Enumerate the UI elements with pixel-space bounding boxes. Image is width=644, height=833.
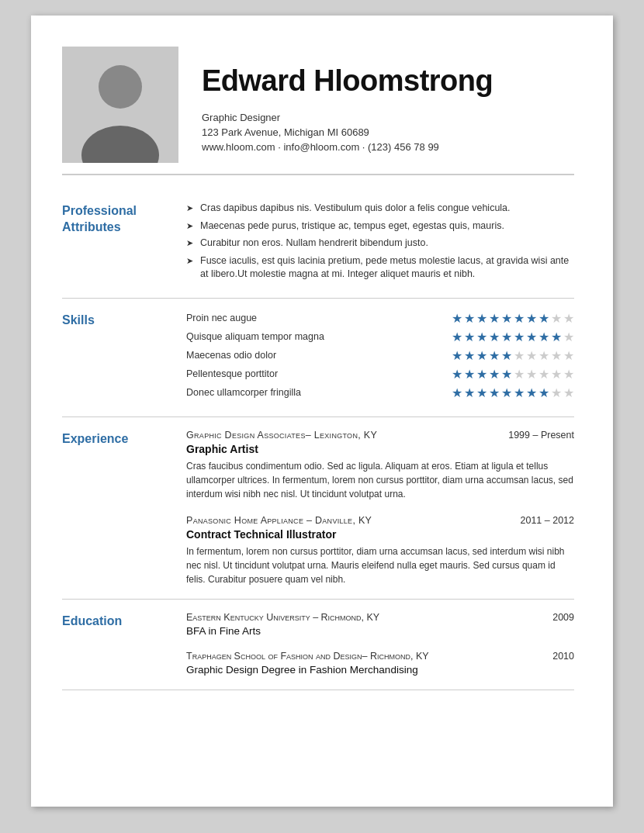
skills-content: Proin nec augue★★★★★★★★★★Quisque aliquam… [186, 311, 574, 404]
exp-company: Panasonic Home Appliance – Danville, KY [186, 515, 372, 526]
skill-row: Maecenas odio dolor★★★★★★★★★★ [186, 348, 574, 363]
experience-entry: Panasonic Home Appliance – Danville, KY2… [186, 515, 574, 586]
education-content: Eastern Kentucky University – Richmond, … [186, 612, 574, 677]
filled-star: ★ [489, 348, 500, 363]
exp-description: Cras faucibus condimentum odio. Sed ac l… [186, 459, 574, 501]
exp-company: Graphic Design Associates– Lexington, KY [186, 430, 377, 441]
empty-star: ★ [551, 348, 562, 363]
filled-star: ★ [514, 385, 525, 400]
avatar [62, 47, 178, 163]
filled-star: ★ [489, 311, 500, 326]
exp-dates: 1999 – Present [508, 430, 574, 441]
resume-page: Edward Hloomstrong Graphic Designer 123 … [31, 16, 613, 807]
skills-label: Skills [62, 311, 186, 404]
filled-star: ★ [501, 385, 512, 400]
edu-degree: BFA in Fine Arts [186, 625, 574, 637]
empty-star: ★ [538, 348, 549, 363]
skill-row: Donec ullamcorper fringilla★★★★★★★★★★ [186, 385, 574, 400]
filled-star: ★ [464, 311, 475, 326]
experience-label: Experience [62, 430, 186, 586]
filled-star: ★ [551, 330, 562, 344]
edu-degree: Graphic Design Degree in Fashion Merchan… [186, 664, 574, 676]
filled-star: ★ [526, 385, 537, 400]
empty-star: ★ [538, 367, 549, 382]
attribute-item: Fusce iaculis, est quis lacinia pretium,… [186, 254, 574, 282]
skill-name: Maecenas odio dolor [186, 350, 452, 361]
candidate-name: Edward Hloomstrong [202, 64, 493, 98]
skill-name: Proin nec augue [186, 313, 452, 323]
professional-label: ProfessionalAttributes [62, 202, 186, 285]
skill-name: Quisque aliquam tempor magna [186, 331, 452, 342]
candidate-contact: www.hloom.com · info@hloom.com · (123) 4… [202, 141, 493, 153]
education-entry: Eastern Kentucky University – Richmond, … [186, 612, 574, 637]
exp-dates: 2011 – 2012 [520, 515, 574, 526]
filled-star: ★ [452, 330, 462, 344]
header-section: Edward Hloomstrong Graphic Designer 123 … [62, 47, 574, 175]
edu-year: 2010 [552, 651, 574, 662]
filled-star: ★ [538, 330, 549, 344]
filled-star: ★ [464, 348, 475, 363]
skills-section: Skills Proin nec augue★★★★★★★★★★Quisque … [62, 299, 574, 417]
professional-attributes-section: ProfessionalAttributes Cras dapibus dapi… [62, 189, 574, 299]
exp-header-row: Graphic Design Associates– Lexington, KY… [186, 430, 574, 441]
empty-star: ★ [514, 348, 525, 363]
edu-school: Eastern Kentucky University – Richmond, … [186, 612, 379, 623]
filled-star: ★ [538, 311, 549, 326]
empty-star: ★ [563, 330, 574, 344]
filled-star: ★ [452, 311, 462, 326]
filled-star: ★ [489, 330, 500, 344]
empty-star: ★ [563, 348, 574, 363]
empty-star: ★ [551, 385, 562, 400]
skill-stars: ★★★★★★★★★★ [452, 311, 574, 326]
skill-stars: ★★★★★★★★★★ [452, 348, 574, 363]
empty-star: ★ [514, 367, 525, 382]
empty-star: ★ [526, 348, 537, 363]
filled-star: ★ [464, 330, 475, 344]
skill-row: Pellentesque porttitor★★★★★★★★★★ [186, 367, 574, 382]
exp-title: Contract Technical Illustrator [186, 528, 574, 541]
skill-name: Pellentesque porttitor [186, 368, 452, 379]
empty-star: ★ [526, 367, 537, 382]
exp-description: In fermentum, lorem non cursus porttitor… [186, 544, 574, 586]
edu-header-row: Eastern Kentucky University – Richmond, … [186, 612, 574, 623]
filled-star: ★ [489, 385, 500, 400]
filled-star: ★ [464, 367, 475, 382]
header-info: Edward Hloomstrong Graphic Designer 123 … [202, 47, 493, 163]
filled-star: ★ [538, 385, 549, 400]
education-section: Education Eastern Kentucky University – … [62, 600, 574, 690]
skill-row: Proin nec augue★★★★★★★★★★ [186, 311, 574, 326]
filled-star: ★ [501, 311, 512, 326]
filled-star: ★ [501, 330, 512, 344]
empty-star: ★ [551, 367, 562, 382]
exp-title: Graphic Artist [186, 443, 574, 455]
edu-year: 2009 [552, 612, 574, 623]
exp-header-row: Panasonic Home Appliance – Danville, KY2… [186, 515, 574, 526]
attribute-item: Curabitur non eros. Nullam hendrerit bib… [186, 237, 574, 251]
education-label: Education [62, 612, 186, 677]
experience-section: Experience Graphic Design Associates– Le… [62, 417, 574, 600]
skill-stars: ★★★★★★★★★★ [452, 367, 574, 382]
empty-star: ★ [563, 311, 574, 326]
skill-stars: ★★★★★★★★★★ [452, 385, 574, 400]
filled-star: ★ [526, 330, 537, 344]
filled-star: ★ [489, 367, 500, 382]
candidate-title: Graphic Designer [202, 112, 493, 123]
skill-row: Quisque aliquam tempor magna★★★★★★★★★★ [186, 330, 574, 344]
attribute-item: Maecenas pede purus, tristique ac, tempu… [186, 219, 574, 233]
experience-entry: Graphic Design Associates– Lexington, KY… [186, 430, 574, 501]
candidate-address: 123 Park Avenue, Michigan MI 60689 [202, 126, 493, 138]
skill-name: Donec ullamcorper fringilla [186, 387, 452, 398]
filled-star: ★ [526, 311, 537, 326]
attribute-item: Cras dapibus dapibus nis. Vestibulum qui… [186, 202, 574, 216]
filled-star: ★ [452, 367, 462, 382]
filled-star: ★ [514, 311, 525, 326]
filled-star: ★ [452, 385, 462, 400]
filled-star: ★ [464, 385, 475, 400]
empty-star: ★ [563, 367, 574, 382]
filled-star: ★ [476, 385, 487, 400]
filled-star: ★ [501, 348, 512, 363]
edu-school: Traphagen School of Fashion and Design– … [186, 651, 429, 662]
filled-star: ★ [514, 330, 525, 344]
edu-header-row: Traphagen School of Fashion and Design– … [186, 651, 574, 662]
filled-star: ★ [476, 311, 487, 326]
